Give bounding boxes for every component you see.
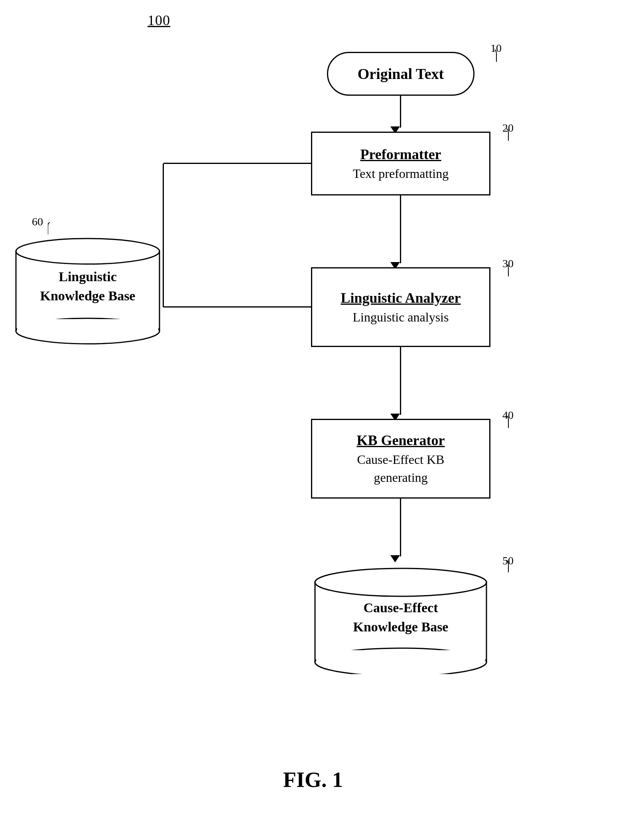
cause-effect-title2: Knowledge Base bbox=[311, 617, 490, 637]
svg-point-5 bbox=[16, 239, 159, 264]
preformatter-title: Preformatter bbox=[360, 145, 441, 164]
arrow-2-shaft bbox=[400, 195, 401, 263]
kb-generator-node: KB Generator Cause-Effect KB generating bbox=[311, 419, 490, 499]
cause-effect-kb-node: Cause-Effect Knowledge Base bbox=[311, 562, 490, 674]
figure-ref-top: 100 bbox=[148, 12, 170, 29]
ref-60: 60 bbox=[32, 215, 43, 228]
linguistic-subtitle: Linguistic analysis bbox=[353, 309, 449, 326]
kb-generator-subtitle1: Cause-Effect KB bbox=[357, 452, 445, 468]
connector-v-kb-ext bbox=[163, 291, 164, 307]
original-text-label: Original Text bbox=[358, 65, 444, 83]
linguistic-title: Linguistic Analyzer bbox=[341, 289, 461, 308]
linguistic-kb-node: Linguistic Knowledge Base bbox=[12, 231, 163, 347]
linguistic-kb-label: Linguistic Knowledge Base bbox=[12, 267, 163, 305]
arrow-4-head bbox=[390, 555, 400, 562]
linguistic-analyzer-node: Linguistic Analyzer Linguistic analysis bbox=[311, 267, 490, 347]
linguistic-kb-title2: Knowledge Base bbox=[12, 286, 163, 306]
cause-effect-label: Cause-Effect Knowledge Base bbox=[311, 598, 490, 636]
arrow-1-shaft bbox=[400, 96, 401, 128]
svg-point-1 bbox=[315, 568, 486, 596]
svg-rect-3 bbox=[316, 650, 485, 663]
kb-generator-title: KB Generator bbox=[357, 431, 445, 450]
kb-generator-subtitle2: generating bbox=[374, 469, 427, 486]
arrow-3-shaft bbox=[400, 347, 401, 415]
original-text-node: Original Text bbox=[327, 52, 474, 96]
preformatter-node: Preformatter Text preformatting bbox=[311, 132, 490, 195]
cause-effect-title1: Cause-Effect bbox=[311, 598, 490, 617]
figure-label: FIG. 1 bbox=[283, 767, 343, 792]
linguistic-kb-title1: Linguistic bbox=[12, 267, 163, 286]
connector-h-preformatter bbox=[163, 163, 312, 164]
page: 100 10 Original Text 20 Preformatter Tex… bbox=[0, 0, 626, 840]
svg-rect-7 bbox=[17, 319, 158, 332]
connector-h-linguistic bbox=[163, 306, 312, 308]
ref-10-curve bbox=[474, 48, 498, 64]
arrow-4-shaft bbox=[400, 499, 401, 556]
preformatter-subtitle: Text preformatting bbox=[353, 166, 449, 182]
connector-v-kb bbox=[163, 164, 164, 291]
